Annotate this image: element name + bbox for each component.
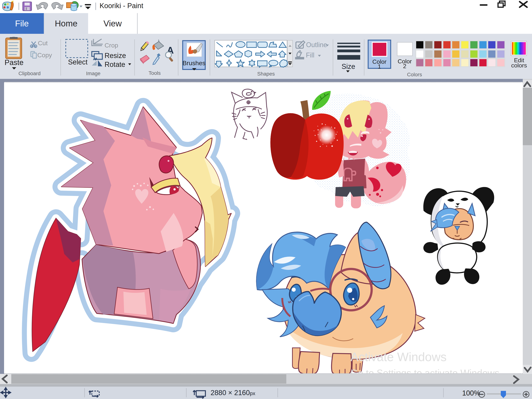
svg-text:Crop: Crop <box>105 42 118 49</box>
svg-text:Colors: Colors <box>407 72 422 77</box>
svg-text:100%: 100% <box>462 389 480 397</box>
svg-text:Clipboard: Clipboard <box>19 70 41 76</box>
svg-text:2880 × 2160px: 2880 × 2160px <box>211 389 255 397</box>
svg-text:Image: Image <box>86 70 101 76</box>
svg-text:Cut: Cut <box>38 39 48 47</box>
svg-text:Select: Select <box>68 58 88 66</box>
svg-text:Outline: Outline <box>306 41 327 49</box>
svg-text:Rotate: Rotate <box>105 61 125 68</box>
svg-text:Fill: Fill <box>306 51 314 59</box>
svg-text:1: 1 <box>378 63 381 70</box>
svg-text:Resize: Resize <box>105 52 126 59</box>
svg-text:Go to Settings to activate Win: Go to Settings to activate Windows. <box>350 367 502 374</box>
svg-text:Activate Windows: Activate Windows <box>350 350 447 364</box>
svg-text:2: 2 <box>403 63 406 70</box>
svg-text:Paste: Paste <box>5 58 24 66</box>
svg-text:Copy: Copy <box>37 51 52 58</box>
svg-text:Kooriki - Paint: Kooriki - Paint <box>100 2 143 10</box>
svg-text:Size: Size <box>342 63 355 70</box>
svg-text:Shapes: Shapes <box>257 71 275 77</box>
svg-text:Tools: Tools <box>149 70 160 76</box>
svg-text:colors: colors <box>511 62 527 69</box>
svg-text:Brushes: Brushes <box>183 59 206 66</box>
